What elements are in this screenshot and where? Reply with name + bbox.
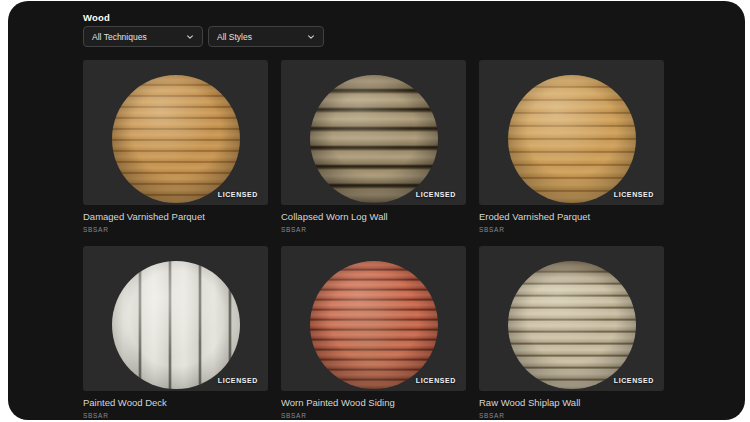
- material-title: Worn Painted Wood Siding: [281, 397, 466, 408]
- material-card[interactable]: LICENSED Eroded Varnished Parquet SBSAR: [479, 60, 664, 246]
- material-title: Painted Wood Deck: [83, 397, 268, 408]
- materials-grid: LICENSED Damaged Varnished Parquet SBSAR…: [83, 60, 664, 420]
- material-format: SBSAR: [281, 226, 466, 233]
- material-title: Raw Wood Shiplap Wall: [479, 397, 664, 408]
- page-title: Wood: [83, 12, 110, 23]
- material-preview-sphere: [112, 75, 240, 203]
- licensed-badge: LICENSED: [614, 191, 654, 198]
- licensed-badge: LICENSED: [218, 191, 258, 198]
- material-preview-sphere: [508, 75, 636, 203]
- material-format: SBSAR: [479, 412, 664, 419]
- material-thumbnail: LICENSED: [479, 60, 664, 205]
- material-format: SBSAR: [83, 412, 268, 419]
- licensed-badge: LICENSED: [416, 377, 456, 384]
- material-title: Eroded Varnished Parquet: [479, 211, 664, 222]
- techniques-dropdown-value: All Techniques: [92, 32, 147, 42]
- material-format: SBSAR: [281, 412, 466, 419]
- styles-dropdown[interactable]: All Styles: [208, 26, 324, 47]
- material-preview-sphere: [310, 261, 438, 389]
- material-format: SBSAR: [479, 226, 664, 233]
- material-preview-sphere: [310, 75, 438, 203]
- styles-dropdown-value: All Styles: [217, 32, 252, 42]
- licensed-badge: LICENSED: [218, 377, 258, 384]
- material-preview-sphere: [508, 261, 636, 389]
- material-card[interactable]: LICENSED Worn Painted Wood Siding SBSAR: [281, 246, 466, 420]
- material-thumbnail: LICENSED: [281, 246, 466, 391]
- material-card[interactable]: LICENSED Raw Wood Shiplap Wall SBSAR: [479, 246, 664, 420]
- filter-bar: All Techniques All Styles: [83, 26, 324, 47]
- material-title: Damaged Varnished Parquet: [83, 211, 268, 222]
- material-thumbnail: LICENSED: [83, 246, 268, 391]
- licensed-badge: LICENSED: [416, 191, 456, 198]
- material-format: SBSAR: [83, 226, 268, 233]
- assets-panel: Wood All Techniques All Styles LICENSED …: [8, 1, 745, 420]
- material-title: Collapsed Worn Log Wall: [281, 211, 466, 222]
- chevron-down-icon: [186, 33, 194, 41]
- material-thumbnail: LICENSED: [83, 60, 268, 205]
- material-thumbnail: LICENSED: [281, 60, 466, 205]
- material-card[interactable]: LICENSED Collapsed Worn Log Wall SBSAR: [281, 60, 466, 246]
- techniques-dropdown[interactable]: All Techniques: [83, 26, 203, 47]
- material-card[interactable]: LICENSED Painted Wood Deck SBSAR: [83, 246, 268, 420]
- chevron-down-icon: [307, 33, 315, 41]
- licensed-badge: LICENSED: [614, 377, 654, 384]
- material-preview-sphere: [112, 261, 240, 389]
- material-card[interactable]: LICENSED Damaged Varnished Parquet SBSAR: [83, 60, 268, 246]
- material-thumbnail: LICENSED: [479, 246, 664, 391]
